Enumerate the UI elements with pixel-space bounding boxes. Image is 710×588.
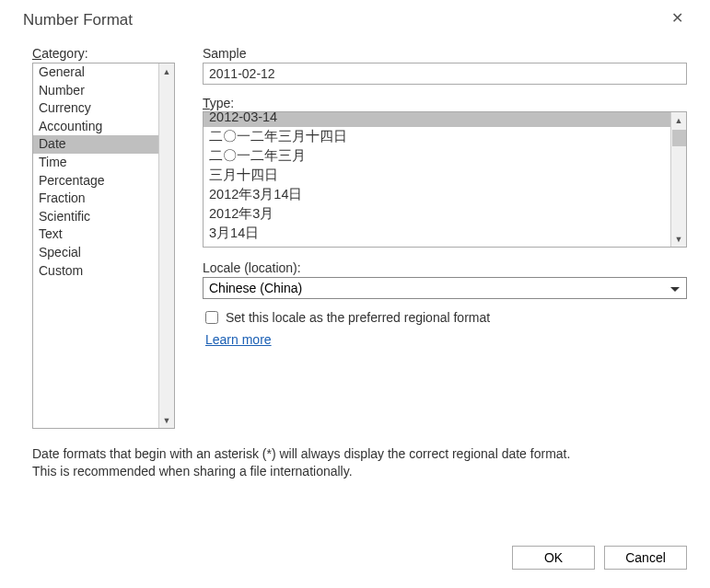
sample-label: Sample <box>203 46 687 61</box>
type-label: Type: <box>203 96 687 110</box>
sample-value: 2011-02-12 <box>203 63 687 85</box>
type-item[interactable]: 2012年3月14日 <box>204 185 670 204</box>
type-item[interactable]: 三月十四日 <box>204 166 670 185</box>
type-item[interactable]: 2012-03-14 <box>204 112 670 127</box>
cancel-button[interactable]: Cancel <box>604 546 687 570</box>
category-item-fraction[interactable]: Fraction <box>33 190 158 208</box>
category-listbox[interactable]: General Number Currency Accounting Date … <box>32 63 175 429</box>
hint-line: This is recommended when sharing a file … <box>32 463 687 480</box>
type-item[interactable]: 2012年3月 <box>204 204 670 224</box>
category-scrollbar[interactable]: ▲ ▼ <box>158 63 174 428</box>
category-list-contents: General Number Currency Accounting Date … <box>33 63 158 428</box>
main-content: Category: General Number Currency Accoun… <box>32 46 687 429</box>
category-item-custom[interactable]: Custom <box>33 262 158 281</box>
scroll-down-icon[interactable]: ▼ <box>671 231 686 247</box>
hint-line: Date formats that begin with an asterisk… <box>32 445 687 463</box>
category-item-scientific[interactable]: Scientific <box>33 208 158 226</box>
locale-checkbox-row: Set this locale as the preferred regiona… <box>205 310 687 325</box>
type-item[interactable]: 二〇一二年三月十四日 <box>204 127 670 146</box>
type-item[interactable]: 二〇一二年三月 <box>204 146 670 166</box>
category-item-accounting[interactable]: Accounting <box>33 118 158 136</box>
category-label: Category: <box>32 46 175 61</box>
scroll-up-icon[interactable]: ▲ <box>159 63 174 79</box>
category-item-general[interactable]: General <box>33 63 158 82</box>
ok-button[interactable]: OK <box>512 546 595 570</box>
category-panel: Category: General Number Currency Accoun… <box>32 46 175 429</box>
locale-label: Locale (location): <box>203 260 687 275</box>
category-item-date[interactable]: Date <box>33 135 158 154</box>
locale-select-wrapper: Chinese (China) <box>203 277 687 299</box>
button-row: OK Cancel <box>512 546 687 570</box>
dialog-header: Number Format ✕ <box>23 11 687 29</box>
hint-text: Date formats that begin with an asterisk… <box>32 445 687 480</box>
category-item-text[interactable]: Text <box>33 225 158 244</box>
dialog-title: Number Format <box>23 11 133 29</box>
preferred-locale-label[interactable]: Set this locale as the preferred regiona… <box>226 310 490 325</box>
category-item-currency[interactable]: Currency <box>33 99 158 118</box>
scroll-up-icon[interactable]: ▲ <box>671 112 686 128</box>
category-item-number[interactable]: Number <box>33 82 158 100</box>
right-panel: Sample 2011-02-12 Type: 2012-03-14 二〇一二年… <box>203 46 687 429</box>
close-button[interactable]: ✕ <box>668 11 687 26</box>
scrollbar-thumb[interactable] <box>672 130 686 146</box>
type-listbox[interactable]: 2012-03-14 二〇一二年三月十四日 二〇一二年三月 三月十四日 2012… <box>203 111 687 248</box>
category-item-special[interactable]: Special <box>33 244 158 262</box>
type-item[interactable]: 3月14日 <box>204 224 670 243</box>
category-item-percentage[interactable]: Percentage <box>33 172 158 190</box>
locale-select[interactable]: Chinese (China) <box>203 277 687 299</box>
type-scrollbar[interactable]: ▲ ▼ <box>670 112 686 247</box>
learn-more-link[interactable]: Learn more <box>205 332 687 347</box>
scroll-down-icon[interactable]: ▼ <box>159 412 174 428</box>
preferred-locale-checkbox[interactable] <box>205 311 218 324</box>
category-item-time[interactable]: Time <box>33 154 158 172</box>
type-list-contents: 2012-03-14 二〇一二年三月十四日 二〇一二年三月 三月十四日 2012… <box>204 112 670 247</box>
